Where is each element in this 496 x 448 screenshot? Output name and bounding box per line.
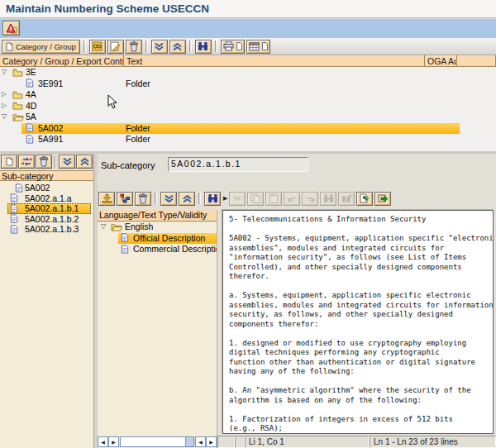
editor-text[interactable]: 5- Telecommunications & Information Secu… [223, 211, 493, 434]
title-bar: Maintain Numbering Scheme USECCN [0, 0, 496, 18]
upload-file-button[interactable] [356, 192, 373, 206]
list-item-label: 5A002.a.1.b.3 [25, 224, 79, 234]
insert-arrow-icon [102, 193, 112, 203]
scroll-left-button[interactable]: ◀ [195, 436, 206, 447]
column-header-oga[interactable]: OGA Aut... [425, 55, 457, 67]
document-icon [10, 225, 18, 234]
scroll-left-button[interactable]: ◀ [98, 436, 108, 447]
hierarchy-icon [120, 193, 131, 203]
find-dropdown-icon[interactable]: ▶ [223, 195, 227, 202]
list-item-label: 5A002.a.1.b.2 [25, 214, 79, 224]
tree-row[interactable]: ▷ 4D [0, 101, 496, 112]
subcategory-header: Sub-category [0, 170, 93, 181]
printer-icon [223, 41, 234, 51]
text-type-row[interactable]: Commercial Descriptio [98, 244, 217, 255]
list-item[interactable]: 5A002.a.1.b.3 [0, 224, 93, 235]
list-item-label: 5A002.a.1.a [25, 193, 72, 203]
expand-all-button[interactable] [169, 40, 186, 54]
page-title: Maintain Numbering Scheme USECCN [6, 2, 209, 15]
line-info: Ln 1 - Ln 23 of 23 lines [370, 436, 496, 448]
tree-row[interactable]: ▽ 5A [0, 112, 496, 123]
trash-icon [39, 156, 49, 167]
table-grid-icon [249, 42, 260, 51]
document-icon [10, 204, 18, 213]
create-subcategory-button[interactable] [1, 155, 17, 169]
print-button[interactable] [221, 40, 245, 54]
insert-line-button[interactable] [98, 192, 115, 206]
cut-button: ✂ [229, 192, 246, 206]
collapse-toggle-icon[interactable]: ▽ [101, 222, 106, 230]
status-cell [217, 436, 235, 448]
editor-toolbar: ▶ ✂ [98, 190, 479, 207]
separator [198, 193, 201, 204]
separator [215, 41, 217, 52]
document-icon [26, 123, 34, 132]
expand-toggle-icon[interactable]: ▷ [2, 102, 11, 109]
delete-subcategory-button[interactable] [36, 155, 52, 169]
expand-text-button[interactable] [179, 192, 195, 206]
column-header-category[interactable]: Category / Group / Export Control ... [0, 55, 124, 67]
horizontal-scrollbar: ◀ ▶ ◀ ▶ [98, 436, 217, 447]
copy-icon [250, 193, 260, 203]
text-type-row-selected[interactable]: Official Description [98, 233, 217, 245]
alert-log-icon [6, 23, 17, 34]
tree-row-label: 3E [26, 67, 36, 77]
scroll-right-button[interactable]: ▶ [108, 436, 119, 447]
list-item[interactable]: 5A002 [0, 183, 93, 193]
collapse-toggle-icon[interactable]: ▽ [2, 112, 11, 120]
list-item-selected[interactable]: 5A002.a.1.b.1 [0, 203, 93, 214]
document-icon [26, 79, 34, 88]
document-icon [121, 233, 129, 242]
document-icon [10, 214, 18, 223]
collapse-all-button[interactable] [151, 40, 168, 54]
hierarchy-button[interactable] [117, 192, 133, 206]
edit-button[interactable] [107, 40, 124, 54]
category-group-button[interactable]: Category / Group [2, 40, 80, 54]
column-header-filler [457, 55, 496, 67]
sap-window: Maintain Numbering Scheme USECCN Categor… [0, 0, 496, 448]
download-green-arrow-icon [378, 193, 389, 203]
export-table-button[interactable] [246, 40, 270, 54]
scrollbar-thumb[interactable] [185, 437, 193, 446]
download-file-button[interactable] [374, 192, 391, 206]
tree-row[interactable]: 5A991 Folder [0, 134, 496, 145]
subcategory-field[interactable]: 5A002.a.1.b.1 [168, 157, 308, 172]
delete-text-button[interactable] [135, 192, 151, 206]
reassign-button[interactable] [18, 155, 35, 169]
collapse-toggle-icon[interactable]: ▽ [2, 68, 11, 75]
tree-row-selected[interactable]: 5A002 Folder [0, 123, 496, 135]
message-log-button[interactable] [2, 21, 20, 36]
separator [55, 156, 56, 168]
subcategory-field-label: Sub-category [101, 160, 155, 170]
scissors-icon: ✂ [234, 194, 241, 203]
tree-row[interactable]: ▽ 3E [0, 67, 496, 79]
text-editor[interactable]: 5- Telecommunications & Information Secu… [222, 210, 494, 434]
tree-row-text: Folder [126, 134, 150, 144]
find-button[interactable] [195, 40, 212, 54]
display-change-button[interactable] [89, 40, 106, 54]
column-header-text[interactable]: Text [124, 55, 425, 67]
scroll-right-button[interactable]: ▶ [206, 436, 217, 447]
language-panel-header: Language/Text Type/Validity [98, 210, 217, 222]
tree-row-label: 4A [26, 89, 36, 99]
mouse-cursor [107, 94, 117, 111]
collapse-button[interactable] [59, 155, 75, 169]
find-text-button[interactable] [204, 192, 221, 206]
document-icon [10, 193, 18, 203]
double-chevron-up-icon [79, 157, 90, 166]
expand-toggle-icon[interactable]: ▷ [2, 90, 11, 98]
collapse-text-button[interactable] [160, 192, 177, 206]
tree-row[interactable]: 3E991 Folder [0, 79, 496, 90]
list-item[interactable]: 5A002.a.1.a [0, 193, 93, 204]
tree-row[interactable]: ▷ 4A [0, 89, 496, 101]
language-folder-row[interactable]: ▽ English [98, 222, 217, 233]
delete-button[interactable] [126, 40, 142, 54]
paste-button [265, 192, 282, 206]
list-item[interactable]: 5A002.a.1.b.2 [0, 214, 93, 225]
expand-button[interactable] [76, 155, 93, 169]
tree-row-text: Folder [126, 79, 150, 88]
print-file-icon [236, 42, 242, 50]
binoculars-icon [198, 41, 208, 51]
scrollbar-track[interactable] [120, 436, 194, 447]
folder-closed-icon [12, 68, 23, 77]
